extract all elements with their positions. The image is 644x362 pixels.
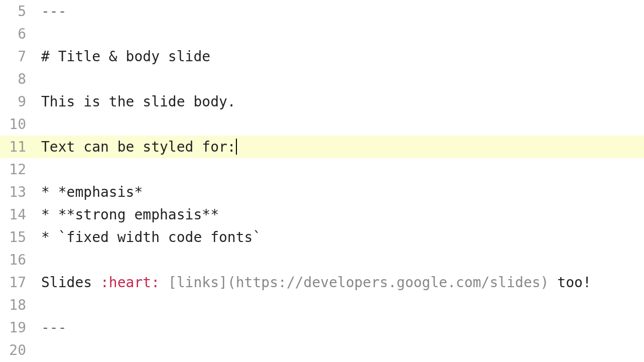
line-content[interactable]: # Title & body slide: [35, 48, 644, 65]
code-token: # Title & body slide: [41, 48, 210, 65]
code-token: [160, 274, 168, 291]
line-number: 19: [0, 319, 35, 336]
code-token: This is the slide body.: [41, 93, 236, 110]
editor-line[interactable]: 15* `fixed width code fonts`: [0, 226, 644, 249]
line-number: 20: [0, 342, 35, 358]
line-content[interactable]: ---: [35, 3, 644, 20]
code-token: :heart:: [100, 274, 160, 291]
editor-line[interactable]: 12: [0, 158, 644, 181]
code-token: Slides: [41, 274, 100, 291]
code-token: * *emphasis*: [41, 184, 143, 200]
line-content[interactable]: * `fixed width code fonts`: [35, 229, 644, 246]
line-number: 11: [0, 139, 35, 155]
line-content[interactable]: Slides :heart: [links](https://developer…: [35, 274, 644, 291]
line-number: 13: [0, 184, 35, 200]
line-number: 10: [0, 116, 35, 133]
editor-line[interactable]: 19---: [0, 316, 644, 339]
editor-line[interactable]: 16: [0, 249, 644, 271]
editor-line[interactable]: 8: [0, 68, 644, 90]
line-number: 6: [0, 26, 35, 42]
line-number: 18: [0, 297, 35, 313]
line-number: 17: [0, 274, 35, 291]
editor-line[interactable]: 13* *emphasis*: [0, 181, 644, 203]
code-token: too!: [549, 274, 591, 291]
line-content[interactable]: Text can be styled for:: [35, 139, 644, 156]
line-number: 16: [0, 252, 35, 268]
editor-line[interactable]: 9This is the slide body.: [0, 90, 644, 113]
line-number: 9: [0, 93, 35, 110]
editor-line[interactable]: 20: [0, 339, 644, 361]
code-token: * **strong emphasis**: [41, 206, 219, 223]
line-content[interactable]: ---: [35, 319, 644, 336]
line-number: 12: [0, 161, 35, 178]
code-token: ---: [41, 3, 67, 20]
line-number: 14: [0, 206, 35, 223]
editor-line[interactable]: 10: [0, 113, 644, 136]
editor-line[interactable]: 11Text can be styled for:: [0, 136, 644, 158]
editor-line[interactable]: 18: [0, 294, 644, 316]
code-token: ---: [41, 319, 67, 336]
text-cursor: [236, 139, 237, 155]
line-number: 8: [0, 71, 35, 87]
line-content[interactable]: * **strong emphasis**: [35, 206, 644, 223]
line-number: 15: [0, 229, 35, 246]
line-number: 7: [0, 48, 35, 65]
editor-line[interactable]: 5---: [0, 0, 644, 23]
code-token: Text can be styled for:: [41, 139, 236, 155]
line-number: 5: [0, 3, 35, 20]
code-token: [links](https://developers.google.com/sl…: [168, 274, 549, 291]
editor-line[interactable]: 17Slides :heart: [links](https://develop…: [0, 271, 644, 294]
line-content[interactable]: * *emphasis*: [35, 184, 644, 200]
code-editor[interactable]: 5---67# Title & body slide89This is the …: [0, 0, 644, 361]
editor-line[interactable]: 6: [0, 23, 644, 45]
editor-line[interactable]: 7# Title & body slide: [0, 45, 644, 68]
line-content[interactable]: This is the slide body.: [35, 93, 644, 110]
code-token: * `fixed width code fonts`: [41, 229, 261, 246]
editor-line[interactable]: 14* **strong emphasis**: [0, 203, 644, 226]
